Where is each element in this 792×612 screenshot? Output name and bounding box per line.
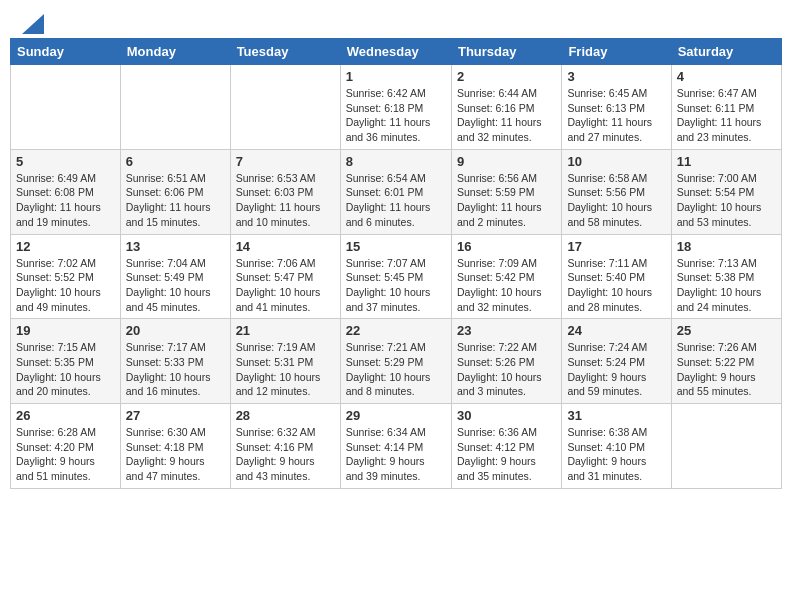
day-info: Sunrise: 6:51 AM Sunset: 6:06 PM Dayligh… [126, 171, 225, 230]
page-header [10, 10, 782, 34]
day-info: Sunrise: 6:49 AM Sunset: 6:08 PM Dayligh… [16, 171, 115, 230]
day-number: 29 [346, 408, 446, 423]
day-number: 8 [346, 154, 446, 169]
day-number: 18 [677, 239, 776, 254]
day-info: Sunrise: 6:30 AM Sunset: 4:18 PM Dayligh… [126, 425, 225, 484]
calendar-cell: 7Sunrise: 6:53 AM Sunset: 6:03 PM Daylig… [230, 149, 340, 234]
day-info: Sunrise: 6:32 AM Sunset: 4:16 PM Dayligh… [236, 425, 335, 484]
day-number: 26 [16, 408, 115, 423]
day-number: 12 [16, 239, 115, 254]
day-info: Sunrise: 7:26 AM Sunset: 5:22 PM Dayligh… [677, 340, 776, 399]
calendar-cell: 3Sunrise: 6:45 AM Sunset: 6:13 PM Daylig… [562, 65, 671, 150]
day-info: Sunrise: 6:28 AM Sunset: 4:20 PM Dayligh… [16, 425, 115, 484]
calendar-cell: 14Sunrise: 7:06 AM Sunset: 5:47 PM Dayli… [230, 234, 340, 319]
calendar-cell: 28Sunrise: 6:32 AM Sunset: 4:16 PM Dayli… [230, 404, 340, 489]
calendar-week-row: 1Sunrise: 6:42 AM Sunset: 6:18 PM Daylig… [11, 65, 782, 150]
day-info: Sunrise: 7:15 AM Sunset: 5:35 PM Dayligh… [16, 340, 115, 399]
day-info: Sunrise: 7:24 AM Sunset: 5:24 PM Dayligh… [567, 340, 665, 399]
day-number: 10 [567, 154, 665, 169]
day-number: 28 [236, 408, 335, 423]
calendar-header-saturday: Saturday [671, 39, 781, 65]
day-info: Sunrise: 6:56 AM Sunset: 5:59 PM Dayligh… [457, 171, 556, 230]
calendar-cell: 29Sunrise: 6:34 AM Sunset: 4:14 PM Dayli… [340, 404, 451, 489]
day-number: 5 [16, 154, 115, 169]
calendar-cell: 24Sunrise: 7:24 AM Sunset: 5:24 PM Dayli… [562, 319, 671, 404]
calendar-cell [230, 65, 340, 150]
day-info: Sunrise: 7:02 AM Sunset: 5:52 PM Dayligh… [16, 256, 115, 315]
logo-triangle-icon [22, 14, 44, 34]
calendar-cell: 26Sunrise: 6:28 AM Sunset: 4:20 PM Dayli… [11, 404, 121, 489]
calendar-cell: 31Sunrise: 6:38 AM Sunset: 4:10 PM Dayli… [562, 404, 671, 489]
day-number: 24 [567, 323, 665, 338]
day-info: Sunrise: 6:58 AM Sunset: 5:56 PM Dayligh… [567, 171, 665, 230]
day-number: 22 [346, 323, 446, 338]
calendar-cell: 21Sunrise: 7:19 AM Sunset: 5:31 PM Dayli… [230, 319, 340, 404]
calendar-cell: 6Sunrise: 6:51 AM Sunset: 6:06 PM Daylig… [120, 149, 230, 234]
calendar-week-row: 12Sunrise: 7:02 AM Sunset: 5:52 PM Dayli… [11, 234, 782, 319]
day-info: Sunrise: 7:00 AM Sunset: 5:54 PM Dayligh… [677, 171, 776, 230]
calendar-cell: 12Sunrise: 7:02 AM Sunset: 5:52 PM Dayli… [11, 234, 121, 319]
day-number: 21 [236, 323, 335, 338]
day-number: 1 [346, 69, 446, 84]
day-info: Sunrise: 6:42 AM Sunset: 6:18 PM Dayligh… [346, 86, 446, 145]
calendar-cell [11, 65, 121, 150]
calendar-header-monday: Monday [120, 39, 230, 65]
day-info: Sunrise: 6:54 AM Sunset: 6:01 PM Dayligh… [346, 171, 446, 230]
day-number: 15 [346, 239, 446, 254]
calendar-cell: 15Sunrise: 7:07 AM Sunset: 5:45 PM Dayli… [340, 234, 451, 319]
calendar-cell: 17Sunrise: 7:11 AM Sunset: 5:40 PM Dayli… [562, 234, 671, 319]
day-info: Sunrise: 6:36 AM Sunset: 4:12 PM Dayligh… [457, 425, 556, 484]
calendar-cell: 13Sunrise: 7:04 AM Sunset: 5:49 PM Dayli… [120, 234, 230, 319]
calendar-cell: 5Sunrise: 6:49 AM Sunset: 6:08 PM Daylig… [11, 149, 121, 234]
day-info: Sunrise: 6:44 AM Sunset: 6:16 PM Dayligh… [457, 86, 556, 145]
day-number: 16 [457, 239, 556, 254]
calendar-cell: 11Sunrise: 7:00 AM Sunset: 5:54 PM Dayli… [671, 149, 781, 234]
day-info: Sunrise: 7:11 AM Sunset: 5:40 PM Dayligh… [567, 256, 665, 315]
calendar-cell: 23Sunrise: 7:22 AM Sunset: 5:26 PM Dayli… [451, 319, 561, 404]
day-info: Sunrise: 7:06 AM Sunset: 5:47 PM Dayligh… [236, 256, 335, 315]
day-number: 7 [236, 154, 335, 169]
day-info: Sunrise: 6:34 AM Sunset: 4:14 PM Dayligh… [346, 425, 446, 484]
calendar-cell: 2Sunrise: 6:44 AM Sunset: 6:16 PM Daylig… [451, 65, 561, 150]
calendar-header-friday: Friday [562, 39, 671, 65]
calendar-cell: 8Sunrise: 6:54 AM Sunset: 6:01 PM Daylig… [340, 149, 451, 234]
calendar-cell: 9Sunrise: 6:56 AM Sunset: 5:59 PM Daylig… [451, 149, 561, 234]
calendar-cell: 27Sunrise: 6:30 AM Sunset: 4:18 PM Dayli… [120, 404, 230, 489]
day-info: Sunrise: 6:45 AM Sunset: 6:13 PM Dayligh… [567, 86, 665, 145]
day-info: Sunrise: 7:04 AM Sunset: 5:49 PM Dayligh… [126, 256, 225, 315]
calendar-week-row: 5Sunrise: 6:49 AM Sunset: 6:08 PM Daylig… [11, 149, 782, 234]
calendar-cell [120, 65, 230, 150]
calendar-cell [671, 404, 781, 489]
calendar-cell: 22Sunrise: 7:21 AM Sunset: 5:29 PM Dayli… [340, 319, 451, 404]
day-number: 23 [457, 323, 556, 338]
day-number: 20 [126, 323, 225, 338]
calendar-cell: 25Sunrise: 7:26 AM Sunset: 5:22 PM Dayli… [671, 319, 781, 404]
calendar-header-wednesday: Wednesday [340, 39, 451, 65]
calendar-table: SundayMondayTuesdayWednesdayThursdayFrid… [10, 38, 782, 489]
calendar-cell: 20Sunrise: 7:17 AM Sunset: 5:33 PM Dayli… [120, 319, 230, 404]
calendar-header-sunday: Sunday [11, 39, 121, 65]
calendar-cell: 18Sunrise: 7:13 AM Sunset: 5:38 PM Dayli… [671, 234, 781, 319]
calendar-header-row: SundayMondayTuesdayWednesdayThursdayFrid… [11, 39, 782, 65]
day-info: Sunrise: 7:21 AM Sunset: 5:29 PM Dayligh… [346, 340, 446, 399]
day-number: 4 [677, 69, 776, 84]
day-number: 2 [457, 69, 556, 84]
calendar-cell: 1Sunrise: 6:42 AM Sunset: 6:18 PM Daylig… [340, 65, 451, 150]
day-number: 6 [126, 154, 225, 169]
calendar-cell: 30Sunrise: 6:36 AM Sunset: 4:12 PM Dayli… [451, 404, 561, 489]
calendar-header-thursday: Thursday [451, 39, 561, 65]
day-info: Sunrise: 6:38 AM Sunset: 4:10 PM Dayligh… [567, 425, 665, 484]
calendar-cell: 4Sunrise: 6:47 AM Sunset: 6:11 PM Daylig… [671, 65, 781, 150]
calendar-cell: 16Sunrise: 7:09 AM Sunset: 5:42 PM Dayli… [451, 234, 561, 319]
day-number: 3 [567, 69, 665, 84]
calendar-cell: 19Sunrise: 7:15 AM Sunset: 5:35 PM Dayli… [11, 319, 121, 404]
day-number: 27 [126, 408, 225, 423]
day-info: Sunrise: 7:19 AM Sunset: 5:31 PM Dayligh… [236, 340, 335, 399]
day-info: Sunrise: 7:22 AM Sunset: 5:26 PM Dayligh… [457, 340, 556, 399]
svg-marker-0 [22, 14, 44, 34]
day-number: 25 [677, 323, 776, 338]
day-number: 31 [567, 408, 665, 423]
day-info: Sunrise: 6:53 AM Sunset: 6:03 PM Dayligh… [236, 171, 335, 230]
day-info: Sunrise: 7:09 AM Sunset: 5:42 PM Dayligh… [457, 256, 556, 315]
logo [20, 18, 44, 30]
